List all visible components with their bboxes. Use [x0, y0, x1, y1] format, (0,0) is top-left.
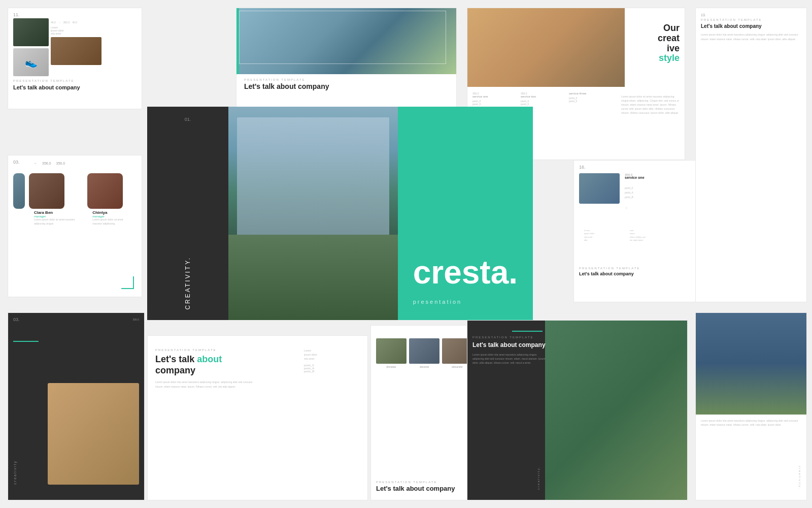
slide-11-photo-2: 👟 [13, 48, 49, 76]
slide-br-lorem: Lorem ipsum dolor vita amet nasceturu ad… [472, 353, 546, 365]
slide-br-title: Let's talk about company [472, 341, 546, 350]
slide-bottom-left-number: 03. [13, 317, 20, 322]
team-photo-clara [29, 173, 64, 209]
slide-07-photo [236, 8, 456, 74]
slide-frb-lorem: Lorem ipsum dolor vita amet nasceturu ad… [701, 419, 801, 427]
center-card-photo [228, 107, 398, 320]
slide-11-photo-1 [13, 18, 49, 46]
chintya-name: Chintya [92, 210, 131, 215]
service-col-3: service three point_0 point_0 [569, 92, 610, 106]
team-member-chintya: Chintya manager Lorem ipsum dolor sit am… [87, 209, 137, 227]
slide-br-vert: creativity. [537, 466, 540, 490]
slide-fr-lorem: Lorem ipsum dolor vita amet nasceturu ad… [701, 33, 801, 41]
slide-far-right: 13. PRESENTATION TEMPLATE Let's talk abo… [695, 8, 807, 302]
slide-bottom-left-label: 356.0 [132, 318, 139, 321]
slide-frb-vert: creativity. [798, 466, 801, 490]
bm2-name-2: stevanie [409, 365, 439, 368]
team-photo-chintya [87, 173, 123, 209]
slide-team-number: 03. [13, 160, 20, 165]
slide-bm1-points: point_0point_Apoint_B [304, 364, 360, 373]
team-member-clara: Clara Ben manager Lorem ipsum dolor sit … [29, 209, 83, 227]
slide-fr-num: 13. [701, 13, 801, 17]
slide-16-arrow: → [625, 206, 628, 209]
service-3-label: service three [569, 92, 610, 95]
slide-11-measure2: 350.0 [63, 21, 70, 24]
slide-bottom-left-green-line [13, 341, 39, 342]
slide-team: 03. →356.0356.0 Clara Ben manager Lorem … [8, 155, 142, 297]
slide-fr-content: 13. PRESENTATION TEMPLATE Let's talk abo… [696, 8, 806, 46]
slide-team-measures: →356.0356.0 [33, 162, 65, 165]
service-col-1: 356.0 service one point_0 point_0 [472, 92, 513, 106]
slide-br-content: PRESENTATION TEMPLATE Let's talk about c… [472, 336, 546, 365]
slide-11-title: Let's talk about company [13, 84, 137, 91]
slide-07-title: Let's talk about company [244, 82, 449, 90]
slide-16-number: 16. [579, 165, 586, 170]
service-1-label: service one [472, 95, 513, 98]
slide-16-points: point_0point_Apoint_B [625, 186, 633, 200]
center-creativity-label: Creativity. [184, 257, 191, 310]
bm2-person-2: stevanie [409, 338, 439, 368]
slide-11-measure: 46.0 [51, 21, 56, 24]
presentation-label: presentation [413, 299, 518, 305]
slide-13-text-right: Ourcreativestyle [624, 23, 680, 64]
brand-name: cresta. [413, 256, 518, 289]
slide-01-num: 01. [185, 117, 191, 122]
slide-bm1-lorem2: Loremipsum dolorsita amet [304, 348, 360, 361]
slide-br-photo [545, 321, 687, 500]
slide-br-label: PRESENTATION TEMPLATE [472, 336, 546, 339]
bm2-person-1: jhonatan [376, 338, 407, 368]
slide-13-photo [467, 8, 625, 87]
clara-name: Clara Ben [34, 210, 78, 215]
slide-team-photos: Clara Ben manager Lorem ipsum dolor sit … [8, 155, 142, 231]
slide-bottom-left: 03. 356.0 creativity [8, 312, 145, 500]
slide-br-green-line [512, 331, 543, 332]
slide-07-teal-border [236, 8, 239, 74]
slide-far-right-bottom: Lorem ipsum dolor vita amet nasceturu ad… [695, 312, 807, 500]
slide-bm1-sidebar: Loremipsum dolorsita amet point_0point_A… [304, 348, 360, 373]
chintya-desc: Lorem ipsum dolor sit amet nascetur adip… [92, 218, 131, 226]
slide-11-measure3: 40.0 [72, 21, 77, 24]
ground-sim [228, 235, 398, 320]
bm2-name-1: jhonatan [376, 365, 407, 368]
slide-frb-photo [696, 313, 806, 415]
building-sim [237, 117, 389, 245]
center-card-green: cresta. presentation [398, 107, 533, 320]
slide-13-our-creative: Ourcreativestyle [624, 23, 680, 64]
slide-11: 11. 👟 46.0 → 350.0 40.0 Loremipsum dolor… [8, 8, 142, 109]
slide-07-label: PRESENTATION TEMPLATE [244, 78, 449, 81]
slide-16-title: Let's talk about company [579, 271, 702, 276]
center-card: 01. Creativity. cresta. presentation [147, 107, 533, 320]
slide-bm1-about: about [197, 354, 222, 364]
slide-11-photo-3 [51, 37, 101, 65]
slide-br: PRESENTATION TEMPLATE Let's talk about c… [467, 320, 688, 500]
slide-fr-title: Let's talk about company [701, 23, 801, 29]
slide-bm1-lorem: Lorem ipsum dolor vita amet nasceturu ad… [155, 380, 257, 389]
slide-fr-label: PRESENTATION TEMPLATE [701, 18, 801, 21]
slide-11-arrow: → [58, 21, 61, 24]
slide-13-services: 356.0 service one point_0 point_0 356.0 … [472, 92, 610, 106]
bm2-photo-1 [376, 338, 407, 364]
center-card-left: 01. Creativity. [147, 107, 228, 320]
slide-16-label: PRESENTATION TEMPLATE [579, 267, 702, 270]
clara-desc: Lorem ipsum dolor sit amet nascetur adip… [34, 218, 78, 226]
slide-11-number: 11. [13, 12, 20, 17]
slide-07: 07. → 350.0 40.0 624.0 PRESENTATION TEMP… [236, 8, 457, 122]
slide-16-photo [579, 173, 620, 204]
slide-16-footer: PRESENTATION TEMPLATE Let's talk about c… [579, 267, 702, 276]
slide-13-style: style [659, 53, 680, 63]
slide-16: 16. 356.0 service one → point_0point_Apo… [573, 160, 708, 302]
slide-16-service: service one [625, 176, 645, 179]
slide-bm1: PRESENTATION TEMPLATE Let's talk aboutco… [147, 335, 368, 500]
bm2-photo-2 [409, 338, 439, 364]
green-corner [121, 276, 134, 289]
service-col-2: 356.0 service two point_0 point_0 [521, 92, 561, 106]
slide-frb-content: Lorem ipsum dolor vita amet nasceturu ad… [696, 415, 806, 431]
team-profile-side [13, 173, 25, 209]
slide-bottom-left-vert: creativity [13, 460, 17, 485]
slide-13-lorem: Lorem ipsum dolor sit amet nascetur adip… [621, 94, 680, 115]
slide-11-label: PRESENTATION TEMPLATE [13, 79, 137, 82]
slide-bm2-photos: jhonatan stevanie alexander [376, 338, 472, 368]
slide-bottom-left-photo [48, 383, 139, 485]
service-2-label: service two [521, 95, 561, 98]
